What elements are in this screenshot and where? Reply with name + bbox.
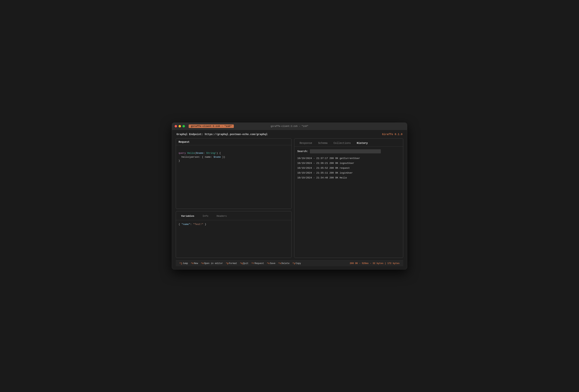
endpoint-bar: Graphql Endpoint: https://graphql.postma…: [176, 133, 403, 136]
traffic-lights: [175, 125, 185, 127]
app-window: giraffe-client:1:zsh - "zsh" giraffe-cli…: [172, 123, 407, 269]
main-content: Graphql Endpoint: https://graphql.postma…: [172, 130, 407, 269]
status-key-p: ^p: [226, 262, 228, 265]
tab-history[interactable]: History: [354, 140, 370, 147]
maximize-button[interactable]: [182, 125, 185, 127]
tab-headers[interactable]: Headers: [214, 213, 229, 219]
status-item-copy: ^y Copy: [292, 262, 303, 265]
history-item[interactable]: 10/19/2024 - 21:36:21 200 OK logoutUser: [297, 161, 400, 165]
history-item[interactable]: 10/19/2024 - 21:34:48 200 OK Hello: [297, 176, 400, 180]
search-input[interactable]: [310, 149, 381, 154]
tab-label[interactable]: giraffe-client:1:zsh - "zsh": [189, 124, 234, 128]
endpoint-label: Graphql Endpoint:: [176, 133, 203, 136]
panels: Request query Hello($name: String!) { he…: [176, 139, 403, 258]
endpoint-url: https://graphql.postman-echo.com/graphql: [205, 133, 268, 136]
variables-code[interactable]: { "name": "Test!" }: [179, 223, 289, 227]
variables-panel-body[interactable]: { "name": "Test!" }: [176, 220, 291, 258]
status-key-x: ^x: [278, 262, 281, 265]
status-item-request: ^r Request: [251, 262, 267, 265]
request-panel-title: Request: [179, 141, 190, 144]
status-label-request: Request: [255, 262, 264, 265]
tab-collections[interactable]: Collections: [331, 140, 353, 147]
status-item-jump: ^j Jump: [179, 262, 191, 265]
status-item-new: ^n New: [191, 262, 201, 265]
close-button[interactable]: [175, 125, 177, 127]
status-label-save: Save: [270, 262, 276, 265]
tab-schema[interactable]: Schema: [315, 140, 330, 147]
status-item-open: ^o Open in editor: [201, 262, 225, 265]
status-key-q: ^q: [240, 262, 243, 265]
right-panel: Response Schema Collections History Sear…: [294, 139, 403, 258]
status-label-copy: Copy: [295, 262, 301, 265]
variables-panel-header: Variables Info Headers: [176, 211, 291, 220]
status-key-o: ^o: [201, 262, 204, 265]
status-item-format: ^p Format: [226, 262, 240, 265]
tab-info[interactable]: Info: [200, 213, 211, 219]
status-label-jump: Jump: [182, 262, 188, 265]
status-label-open: Open in editor: [204, 262, 223, 265]
status-label-delete: Delete: [282, 262, 290, 265]
request-panel: Request query Hello($name: String!) { he…: [176, 139, 291, 209]
status-label-new: New: [194, 262, 198, 265]
status-bar: ^j Jump ^n New ^o Open in editor ^p Form…: [176, 260, 403, 266]
status-label-quit: Quit: [243, 262, 249, 265]
status-label-format: Format: [229, 262, 237, 265]
history-list: 10/19/2024 - 21:37:17 200 OK getCurrentU…: [297, 157, 400, 180]
variables-tabs: Variables Info Headers: [179, 213, 289, 219]
title-bar: giraffe-client:1:zsh - "zsh" giraffe-cli…: [172, 123, 407, 130]
status-key-r: ^r: [251, 262, 254, 265]
status-key-j: ^j: [179, 262, 182, 265]
response-info: 200 OK - 526ms - 32 bytes | 172 bytes: [350, 262, 400, 265]
search-row: Search:: [297, 149, 400, 154]
right-panel-tabs: Response Schema Collections History: [294, 139, 403, 147]
status-item-save: ^s Save: [267, 262, 278, 265]
status-key-y: ^y: [292, 262, 295, 265]
right-panel-inner: Response Schema Collections History Sear…: [294, 139, 403, 258]
window-title: giraffe-client:1:zsh - "zsh": [271, 125, 308, 128]
history-item[interactable]: 10/19/2024 - 21:35:11 200 OK loginUser: [297, 171, 400, 175]
status-key-s: ^s: [267, 262, 270, 265]
history-item[interactable]: 10/19/2024 - 21:37:17 200 OK getCurrentU…: [297, 157, 400, 160]
app-version: Giraffe 0.1.0: [382, 133, 403, 136]
variables-panel: Variables Info Headers { "name": "Test!"…: [176, 211, 291, 258]
request-panel-body[interactable]: query Hello($name: String!) { hello(pers…: [176, 145, 291, 209]
tab-variables[interactable]: Variables: [179, 213, 197, 219]
status-item-quit: ^q Quit: [240, 262, 251, 265]
search-label: Search:: [297, 150, 308, 153]
right-panel-body: Search: 10/19/2024 - 21:37:17 200 OK get…: [294, 147, 403, 258]
minimize-button[interactable]: [179, 125, 181, 127]
tab-response[interactable]: Response: [297, 140, 315, 147]
request-code[interactable]: query Hello($name: String!) { hello(pers…: [179, 148, 289, 167]
history-item[interactable]: 10/19/2024 - 21:35:52 200 OK request: [297, 166, 400, 170]
status-key-n: ^n: [191, 262, 194, 265]
endpoint-text: Graphql Endpoint: https://graphql.postma…: [176, 133, 268, 136]
status-item-delete: ^x Delete: [278, 262, 292, 265]
left-panels: Request query Hello($name: String!) { he…: [176, 139, 291, 258]
request-panel-header: Request: [176, 139, 291, 145]
